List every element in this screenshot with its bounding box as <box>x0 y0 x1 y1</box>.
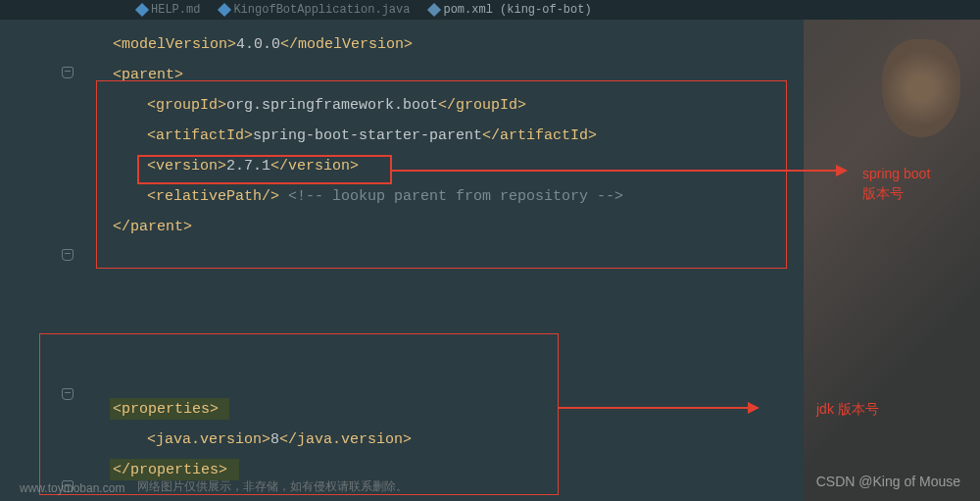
code-line-empty <box>0 242 980 273</box>
xml-tag: <modelVersion> <box>113 36 236 53</box>
xml-tag: <version> <box>147 158 226 175</box>
watermark-disclaimer: 网络图片仅供展示，非存储，如有侵权请联系删除。 <box>137 478 408 495</box>
editor-gutter <box>54 0 83 501</box>
xml-text: 2.7.1 <box>226 158 270 175</box>
code-line: <parent> <box>0 60 980 90</box>
xml-tag: </modelVersion> <box>280 36 413 53</box>
file-icon <box>427 3 441 17</box>
code-line-empty <box>0 303 980 333</box>
code-line-empty <box>0 273 980 303</box>
code-line: <artifactId>spring-boot-starter-parent</… <box>0 121 980 151</box>
code-line: <java.version>8</java.version> <box>0 425 980 455</box>
xml-tag: </properties> <box>113 462 227 478</box>
tab-help[interactable]: HELP.md <box>137 3 200 17</box>
annotation-spring-label: spring boot 版本号 <box>862 165 936 203</box>
xml-tag: </groupId> <box>438 97 526 114</box>
xml-tag: </parent> <box>113 219 192 235</box>
xml-tag: <artifactId> <box>147 127 253 144</box>
xml-text: 8 <box>270 431 279 448</box>
code-line-empty <box>0 364 980 394</box>
xml-tag: <relativePath/> <box>147 188 279 205</box>
code-line-empty <box>0 333 980 364</box>
tab-java[interactable]: KingofBotApplication.java <box>220 3 410 17</box>
tab-label: HELP.md <box>151 3 200 17</box>
xml-text: spring-boot-starter-parent <box>253 127 482 144</box>
fold-marker-icon[interactable] <box>62 249 74 261</box>
watermark-author: CSDN @King of Mouse <box>816 474 960 489</box>
editor-tab-bar: HELP.md KingofBotApplication.java pom.xm… <box>0 0 980 20</box>
arrow-head-icon <box>748 402 760 414</box>
annotation-arrow <box>392 170 838 172</box>
tab-pom[interactable]: pom.xml (king-of-bot) <box>429 3 591 17</box>
fold-marker-icon[interactable] <box>62 67 74 78</box>
xml-tag: <properties> <box>113 401 219 418</box>
xml-tag: <java.version> <box>147 431 270 448</box>
tab-label: KingofBotApplication.java <box>233 3 410 17</box>
xml-tag: <groupId> <box>147 97 226 114</box>
xml-text: org.springframework.boot <box>226 97 438 114</box>
code-line: <modelVersion>4.0.0</modelVersion> <box>0 29 980 60</box>
file-icon <box>218 3 231 17</box>
code-line: <version>2.7.1</version> <box>0 151 980 181</box>
code-line: <groupId>org.springframework.boot</group… <box>0 90 980 121</box>
annotation-arrow <box>559 407 750 409</box>
xml-text: 4.0.0 <box>236 36 280 53</box>
code-line: </parent> <box>0 212 980 242</box>
tab-label: pom.xml (king-of-bot) <box>443 3 591 17</box>
xml-tag: </java.version> <box>279 431 412 448</box>
xml-tag: <parent> <box>113 67 183 83</box>
code-line: <relativePath/> <!-- lookup parent from … <box>0 181 980 212</box>
arrow-head-icon <box>836 165 848 176</box>
watermark-domain: www.toymoban.com <box>20 481 124 495</box>
fold-marker-icon[interactable] <box>62 388 74 400</box>
annotation-jdk-label: jdk 版本号 <box>816 400 905 420</box>
xml-tag: </version> <box>270 158 359 175</box>
xml-tag: </artifactId> <box>482 127 597 144</box>
xml-comment: <!-- lookup parent from repository --> <box>279 188 623 205</box>
file-icon <box>135 3 149 17</box>
